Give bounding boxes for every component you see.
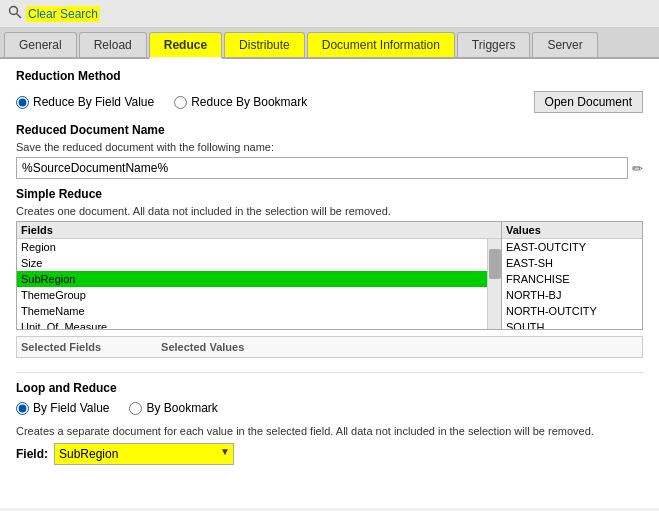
field-item-region[interactable]: Region	[17, 239, 487, 255]
reduction-method-title: Reduction Method	[16, 69, 643, 83]
loop-radio-field-value-label: By Field Value	[33, 401, 109, 415]
doc-name-input[interactable]	[16, 157, 628, 179]
field-item-themename[interactable]: ThemeName	[17, 303, 487, 319]
reduced-doc-name-desc: Save the reduced document with the follo…	[16, 141, 643, 153]
fields-scroll-thumb	[489, 249, 501, 279]
selected-fields-label: Selected Fields	[21, 341, 101, 353]
loop-radio-field-value-input[interactable]	[16, 402, 29, 415]
reduction-method-section: Reduction Method Reduce By Field Value R…	[16, 69, 643, 113]
tab-general[interactable]: General	[4, 32, 77, 57]
svg-line-1	[17, 14, 22, 19]
search-icon	[8, 5, 22, 22]
open-document-button[interactable]: Open Document	[534, 91, 643, 113]
tab-reduce[interactable]: Reduce	[149, 32, 222, 59]
value-item-north-outcity[interactable]: NORTH-OUTCITY	[502, 303, 642, 319]
selected-row: Selected Fields Selected Values	[16, 336, 643, 358]
main-content: Reduction Method Reduce By Field Value R…	[0, 59, 659, 508]
loop-radio-bookmark-label: By Bookmark	[146, 401, 217, 415]
field-item-size[interactable]: Size	[17, 255, 487, 271]
field-item-subregion[interactable]: SubRegion	[17, 271, 487, 287]
reduced-doc-name-title: Reduced Document Name	[16, 123, 643, 137]
field-item-themegroup[interactable]: ThemeGroup	[17, 287, 487, 303]
reduction-method-radio-row: Reduce By Field Value Reduce By Bookmark…	[16, 91, 643, 113]
value-item-east-outcity[interactable]: EAST-OUTCITY	[502, 239, 642, 255]
fields-scrollbar[interactable]	[487, 239, 501, 329]
loop-reduce-desc: Creates a separate document for each val…	[16, 425, 643, 437]
loop-field-select[interactable]: SubRegion Region ThemeGroup ThemeName	[54, 443, 234, 465]
radio-field-value-label: Reduce By Field Value	[33, 95, 154, 109]
radio-bookmark-input[interactable]	[174, 96, 187, 109]
loop-field-label: Field:	[16, 447, 48, 461]
tab-reload[interactable]: Reload	[79, 32, 147, 57]
values-column: Values EAST-OUTCITY EAST-SH FRANCHISE NO…	[502, 222, 642, 329]
values-list[interactable]: EAST-OUTCITY EAST-SH FRANCHISE NORTH-BJ …	[502, 239, 642, 329]
simple-reduce-title: Simple Reduce	[16, 187, 643, 201]
field-item-unit[interactable]: Unit_Of_Measure	[17, 319, 487, 329]
edit-icon[interactable]: ✏	[632, 161, 643, 176]
value-item-franchise[interactable]: FRANCHISE	[502, 271, 642, 287]
tab-triggers[interactable]: Triggers	[457, 32, 531, 57]
radio-bookmark-option[interactable]: Reduce By Bookmark	[174, 95, 307, 109]
tab-server[interactable]: Server	[532, 32, 597, 57]
doc-name-row: ✏	[16, 157, 643, 179]
loop-field-select-wrapper: SubRegion Region ThemeGroup ThemeName	[54, 443, 234, 465]
loop-reduce-section: Loop and Reduce By Field Value By Bookma…	[16, 372, 643, 465]
loop-radio-row: By Field Value By Bookmark	[16, 401, 643, 415]
loop-radio-bookmark-option[interactable]: By Bookmark	[129, 401, 217, 415]
tab-document-information[interactable]: Document Information	[307, 32, 455, 57]
value-item-south[interactable]: SOUTH	[502, 319, 642, 329]
loop-reduce-title: Loop and Reduce	[16, 381, 643, 395]
tab-distribute[interactable]: Distribute	[224, 32, 305, 57]
clear-search-link[interactable]: Clear Search	[26, 6, 100, 22]
fields-values-table: Fields Region Size SubRegion ThemeGroup …	[16, 221, 643, 330]
fields-list[interactable]: Region Size SubRegion ThemeGroup ThemeNa…	[17, 239, 487, 329]
radio-field-value-input[interactable]	[16, 96, 29, 109]
radio-bookmark-label: Reduce By Bookmark	[191, 95, 307, 109]
reduced-doc-name-section: Reduced Document Name Save the reduced d…	[16, 123, 643, 179]
fields-header: Fields	[17, 222, 501, 239]
radio-field-value-option[interactable]: Reduce By Field Value	[16, 95, 154, 109]
simple-reduce-desc: Creates one document. All data not inclu…	[16, 205, 643, 217]
top-bar: Clear Search	[0, 0, 659, 28]
value-item-east-sh[interactable]: EAST-SH	[502, 255, 642, 271]
selected-values-label: Selected Values	[161, 341, 244, 353]
loop-field-row: Field: SubRegion Region ThemeGroup Theme…	[16, 443, 643, 465]
loop-radio-field-value-option[interactable]: By Field Value	[16, 401, 109, 415]
loop-radio-bookmark-input[interactable]	[129, 402, 142, 415]
value-item-north-bj[interactable]: NORTH-BJ	[502, 287, 642, 303]
simple-reduce-section: Simple Reduce Creates one document. All …	[16, 187, 643, 358]
values-header: Values	[502, 222, 642, 239]
fields-column: Fields Region Size SubRegion ThemeGroup …	[17, 222, 502, 329]
tabs-bar: General Reload Reduce Distribute Documen…	[0, 28, 659, 59]
svg-point-0	[10, 7, 18, 15]
fields-list-container: Region Size SubRegion ThemeGroup ThemeNa…	[17, 239, 501, 329]
